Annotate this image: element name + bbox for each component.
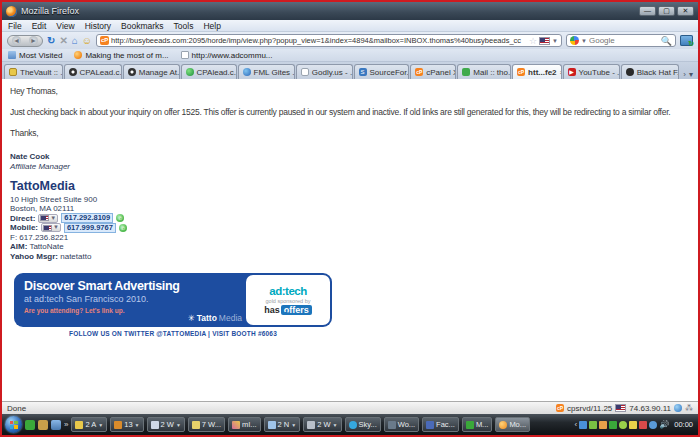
taskbar-button-skype[interactable]: Sky... xyxy=(345,417,381,432)
tab-thevault[interactable]: TheVault :: ... xyxy=(4,64,63,79)
addon-paw-icon[interactable]: ⁂ xyxy=(685,404,693,413)
search-input[interactable] xyxy=(589,36,659,45)
signature-job-title: Affiliate Manager xyxy=(10,162,698,172)
forward-icon[interactable]: ► xyxy=(29,36,38,45)
tab-youtube[interactable]: ▶YouTube - ... xyxy=(563,64,620,79)
tab-cpalead-2[interactable]: CPAlead.c... xyxy=(181,64,237,79)
app-icon xyxy=(466,421,474,429)
taskbar-button-group-4[interactable]: 2 N▼ xyxy=(264,417,301,432)
taskbar-button-group-3[interactable]: 2 W▼ xyxy=(147,417,185,432)
menu-tools[interactable]: Tools xyxy=(174,21,194,31)
url-dropdown-icon[interactable]: ▼ xyxy=(552,38,558,44)
cpanel-icon: cP xyxy=(556,404,564,412)
list-all-tabs-icon[interactable]: ▾ xyxy=(689,70,693,79)
bookmark-getting-started[interactable]: Making the most of m... xyxy=(74,51,168,60)
sourceforge-favicon: S xyxy=(359,68,367,76)
tray-icon-2[interactable] xyxy=(589,421,597,429)
bookmark-adcommunal[interactable]: http://www.adcommu... xyxy=(181,51,273,60)
close-button[interactable]: ✕ xyxy=(677,6,694,16)
folder-icon xyxy=(8,51,16,59)
home-icon[interactable]: ⌂ xyxy=(72,35,78,47)
quick-launch-icon-2[interactable] xyxy=(38,420,48,430)
url-input[interactable] xyxy=(111,36,527,45)
menu-history[interactable]: History xyxy=(85,21,111,31)
address-bar[interactable]: cP ☆ ▼ xyxy=(96,34,562,47)
windows-taskbar: » 2 A▼ 13▼ 2 W▼ 7 W... mI... 2 N▼ 2 W▼ S… xyxy=(2,414,698,435)
skype-country-dropdown[interactable]: ▼ xyxy=(41,223,61,232)
search-icon[interactable]: 🔍 xyxy=(661,36,672,46)
mobile-phone-number[interactable]: 617.999.9767 xyxy=(64,223,116,233)
addon-button-icon[interactable] xyxy=(680,35,693,46)
taskbar-button-group-1[interactable]: 2 A▼ xyxy=(71,417,107,432)
tab-close-icon[interactable]: × xyxy=(560,68,562,77)
status-text: Done xyxy=(7,404,26,413)
google-icon[interactable] xyxy=(570,36,579,45)
mirc-icon xyxy=(232,421,240,429)
navigation-toolbar: ◄ ► ↻ ✕ ⌂ ☺ cP ☆ ▼ ▼ 🔍 xyxy=(2,32,698,49)
quick-launch-icon-3[interactable] xyxy=(51,420,61,430)
stop-icon[interactable]: ✕ xyxy=(59,35,67,47)
skype-call-icon[interactable]: ✆ xyxy=(116,214,124,222)
menu-file[interactable]: File xyxy=(8,21,22,31)
tab-mail[interactable]: Mail :: tho... xyxy=(457,64,511,79)
skype-call-icon[interactable]: ✆ xyxy=(119,224,127,232)
minimize-button[interactable]: — xyxy=(639,6,656,16)
maximize-button[interactable]: ▢ xyxy=(658,6,675,16)
status-globe-icon[interactable] xyxy=(674,404,682,412)
email-body: Just checking back in about your inquiry… xyxy=(10,107,698,117)
taskbar-button-group-2[interactable]: 13▼ xyxy=(110,417,143,432)
tab-godly[interactable]: Godly.us - ... xyxy=(296,64,353,79)
volume-icon[interactable]: 🔊 xyxy=(659,420,669,429)
search-engine-dropdown-icon[interactable]: ▼ xyxy=(581,38,587,44)
bookmark-label: Most Visited xyxy=(19,51,62,60)
tray-icon-7[interactable] xyxy=(639,421,647,429)
search-bar[interactable]: ▼ 🔍 xyxy=(566,34,676,47)
direct-label: Direct: xyxy=(10,214,35,224)
bookmark-most-visited[interactable]: Most Visited xyxy=(8,51,62,60)
skype-country-dropdown[interactable]: ▼ xyxy=(38,214,58,223)
status-bar: Done cP cpsrvd/11.25 74.63.90.11 ⁂ xyxy=(2,401,698,414)
back-forward-buttons[interactable]: ◄ ► xyxy=(7,35,43,47)
tray-icon-4[interactable] xyxy=(609,421,617,429)
taskbar-button-firefox-active[interactable]: Mo... xyxy=(495,417,530,432)
direct-phone-number[interactable]: 617.292.8109 xyxy=(61,213,113,223)
taskbar-button-m[interactable]: M... xyxy=(462,417,493,432)
signature-address1: 10 High Street Suite 900 xyxy=(10,195,698,205)
menu-view[interactable]: View xyxy=(56,21,74,31)
flag-addon-icon[interactable] xyxy=(539,37,550,45)
tab-manage[interactable]: Manage At... xyxy=(123,64,180,79)
taskbar-button-word[interactable]: Wo... xyxy=(384,417,419,432)
quick-launch-icon-1[interactable] xyxy=(25,420,35,430)
taskbar-button-group-5[interactable]: 2 W▼ xyxy=(303,417,341,432)
tab-cpalead-1[interactable]: CPALead.c... xyxy=(64,64,122,79)
back-icon[interactable]: ◄ xyxy=(12,36,21,45)
bookmark-star-icon[interactable]: ☆ xyxy=(529,36,537,46)
menu-help[interactable]: Help xyxy=(203,21,220,31)
taskbar-clock[interactable]: 00:00 xyxy=(674,420,693,429)
flagfox-icon[interactable] xyxy=(615,404,626,412)
tab-blackhat[interactable]: Black Hat F... xyxy=(621,64,680,79)
menu-edit[interactable]: Edit xyxy=(32,21,47,31)
tray-icon-3[interactable] xyxy=(599,421,607,429)
taskbar-button-folders[interactable]: 7 W... xyxy=(188,417,225,432)
tab-cpanel[interactable]: cPcPanel X xyxy=(410,64,456,79)
tab-scroll-right-icon[interactable]: › xyxy=(683,70,686,79)
adtech-banner[interactable]: Discover Smart Advertising at ad:tech Sa… xyxy=(14,273,332,337)
taskbar-button-mirc[interactable]: mI... xyxy=(228,417,261,432)
taskbar-button-facebook[interactable]: Fac... xyxy=(422,417,459,432)
menu-bookmarks[interactable]: Bookmarks xyxy=(121,21,164,31)
smiley-addon-icon[interactable]: ☺ xyxy=(82,35,92,47)
start-button[interactable] xyxy=(5,416,22,433)
tray-icon-6[interactable] xyxy=(629,421,637,429)
reload-icon[interactable]: ↻ xyxy=(47,35,55,47)
network-icon[interactable] xyxy=(649,421,657,429)
tab-message-view-active[interactable]: cPhtt...fe2× xyxy=(512,64,561,79)
tray-icon-5[interactable] xyxy=(619,421,627,429)
tray-icon-1[interactable] xyxy=(579,421,587,429)
tray-collapse-icon[interactable]: ‹ xyxy=(575,420,578,429)
signature-aim: AIM: TattoNate xyxy=(10,242,698,252)
banner-image[interactable]: Discover Smart Advertising at ad:tech Sa… xyxy=(14,273,332,327)
tab-sourceforge[interactable]: SSourceFor... xyxy=(354,64,410,79)
quick-launch-overflow-icon[interactable]: » xyxy=(64,420,68,429)
tab-fml-gites[interactable]: FML Gites ... xyxy=(238,64,295,79)
